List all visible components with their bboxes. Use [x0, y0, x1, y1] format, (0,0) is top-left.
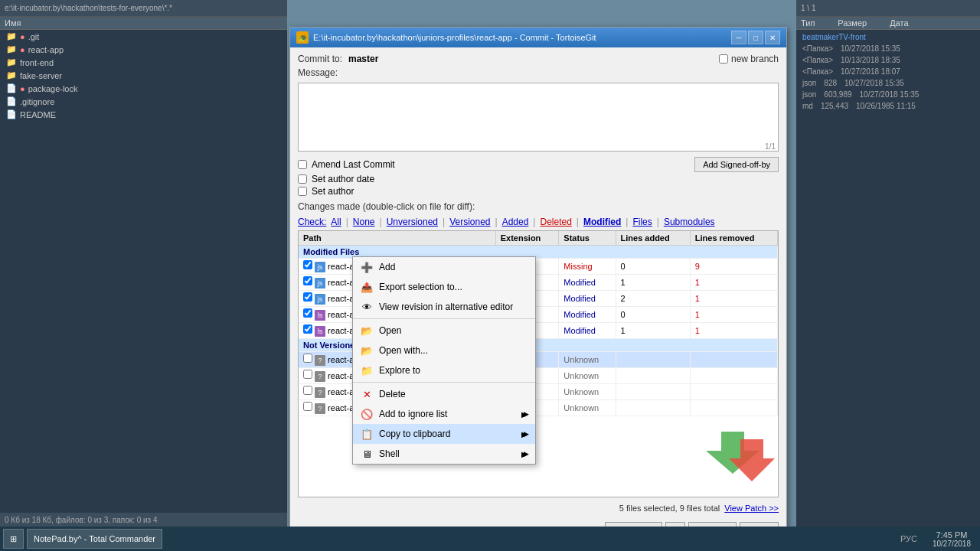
tab-modified[interactable]: Modified — [583, 217, 621, 227]
explore-icon: 📁 — [361, 364, 373, 377]
tree-item-fake-server[interactable]: 📁 fake-server — [0, 69, 287, 82]
tab-added[interactable]: Added — [502, 217, 529, 227]
taskbar-start[interactable]: ⊞ — [3, 529, 24, 549]
check-row: Check: All | None | Unversioned | Versio… — [298, 217, 779, 227]
right-files: beatmakerTV-front <Папка> 10/27/2018 15:… — [796, 30, 980, 113]
col-lines-added: Lines added — [616, 231, 690, 246]
window-controls: ─ □ ✕ — [731, 31, 780, 44]
view-alt-icon: 👁 — [361, 301, 373, 313]
ctx-shell-label: Shell — [379, 448, 400, 459]
col-size: Размер — [838, 18, 867, 28]
left-panel: e:\it-incubator.by\hackathon\tests-for-e… — [0, 0, 287, 551]
files-info: 5 files selected, 9 files total — [298, 504, 720, 513]
col-status: Status — [559, 231, 616, 246]
set-author-date-checkbox[interactable] — [298, 174, 307, 184]
minimize-button[interactable]: ─ — [731, 31, 746, 44]
file-checkbox[interactable] — [303, 260, 312, 269]
copy-clipboard-icon: 📋 — [361, 428, 373, 440]
ctx-export-label: Export selection to... — [379, 282, 462, 292]
set-author-date-row: Set author date — [298, 174, 779, 184]
message-label: Message: — [298, 67, 338, 78]
view-patch-link[interactable]: View Patch >> — [724, 504, 779, 513]
ctx-shell[interactable]: 🖥 Shell ▶ — [353, 444, 535, 464]
ctx-copy-label: Copy to clipboard — [379, 429, 450, 439]
tree-item-readme[interactable]: 📄 README — [0, 108, 287, 121]
set-author-label: Set author — [312, 186, 354, 197]
set-author-checkbox[interactable] — [298, 187, 307, 196]
taskbar: ⊞ NotePad.by^ - Total Commander РУС 7:45… — [0, 527, 980, 551]
ctx-add-label: Add — [379, 262, 395, 272]
open-with-icon: 📂 — [361, 344, 373, 357]
amend-checkbox[interactable] — [298, 160, 307, 169]
ctx-view-alt[interactable]: 👁 View revision in alternative editor — [353, 297, 535, 317]
ctx-explore[interactable]: 📁 Explore to — [353, 360, 535, 380]
taskbar-clock: 7:45 PM 10/27/2018 — [926, 530, 977, 548]
maximize-button[interactable]: □ — [748, 31, 763, 44]
changes-label: Changes made (double-click on file for d… — [298, 200, 779, 214]
ctx-open-with-label: Open with... — [379, 345, 428, 356]
col-type: Тип — [801, 18, 815, 28]
tab-versioned[interactable]: Versioned — [449, 217, 490, 227]
amend-label: Amend Last Commit — [312, 159, 395, 170]
taskbar-lang: РУС — [894, 534, 923, 543]
tree-item-front-end[interactable]: 📁 front-end — [0, 56, 287, 69]
ctx-open[interactable]: 📂 Open — [353, 321, 535, 341]
status-text: 0 Кб из 18 Кб, файлов: 0 из 3, папок: 0 … — [5, 516, 158, 524]
checkboxes-section: Amend Last Commit Add Signed-off-by Set … — [298, 157, 779, 197]
file-checkbox[interactable] — [303, 370, 312, 379]
tree-item-package-lock[interactable]: 📄 ● package-lock — [0, 82, 287, 95]
tab-unversioned[interactable]: Unversioned — [387, 217, 438, 227]
ctx-delete-label: Delete — [379, 389, 406, 399]
left-path: e:\it-incubator.by\hackathon\tests-for-e… — [5, 4, 172, 12]
file-checkbox[interactable] — [303, 308, 312, 318]
tree-item-gitignore[interactable]: 📄 .gitignore — [0, 95, 287, 108]
add-icon: ➕ — [361, 261, 373, 273]
set-author-date-label: Set author date — [312, 174, 374, 184]
file-tree: 📁 ● .git 📁 ● react-app 📁 front-end 📁 fak… — [0, 30, 287, 121]
taskbar-time: 7:45 PM — [933, 530, 971, 540]
tab-submodules[interactable]: Submodules — [664, 217, 715, 227]
tree-item-react-app[interactable]: 📁 ● react-app — [0, 43, 287, 56]
submenu-arrow-ignore: ▶ — [521, 410, 528, 419]
ctx-open-label: Open — [379, 325, 401, 336]
status-bar: 0 Кб из 18 Кб, файлов: 0 из 3, папок: 0 … — [0, 513, 287, 527]
file-checkbox[interactable] — [303, 324, 312, 334]
tree-item-git[interactable]: 📁 ● .git — [0, 30, 287, 43]
branch-name: master — [348, 54, 378, 64]
left-panel-header: e:\it-incubator.by\hackathon\tests-for-e… — [0, 0, 287, 17]
submenu-arrow-shell: ▶ — [521, 450, 528, 458]
tab-deleted[interactable]: Deleted — [540, 217, 571, 227]
ctx-add[interactable]: ➕ Add — [353, 257, 535, 277]
file-checkbox[interactable] — [303, 402, 312, 411]
ctx-add-to-ignore-label: Add to ignore list — [379, 409, 447, 419]
file-checkbox[interactable] — [303, 276, 312, 285]
commit-to-row: Commit to: master new branch — [298, 54, 779, 64]
window-titlebar: 🐢 E:\it-incubator.by\hackathon\juniors-p… — [290, 28, 786, 47]
file-checkbox[interactable] — [303, 354, 312, 363]
ctx-open-with[interactable]: 📂 Open with... — [353, 341, 535, 360]
tab-files[interactable]: Files — [632, 217, 652, 227]
export-icon: 📤 — [361, 281, 373, 293]
open-icon: 📂 — [361, 324, 373, 337]
message-textarea[interactable] — [298, 83, 779, 152]
close-button[interactable]: ✕ — [765, 31, 780, 44]
set-author-row: Set author — [298, 186, 779, 197]
table-header-row: Path Extension Status Lines added Lines … — [299, 231, 778, 246]
tortoise-logo — [698, 424, 775, 485]
check-label: Check: — [298, 217, 326, 227]
right-file-row: beatmakerTV-front — [799, 31, 977, 43]
new-branch-checkbox[interactable] — [719, 54, 728, 64]
taskbar-notepad[interactable]: NotePad.by^ - Total Commander — [27, 529, 162, 549]
signed-off-button[interactable]: Add Signed-off-by — [694, 157, 779, 172]
tab-none[interactable]: None — [353, 217, 375, 227]
ctx-add-to-ignore[interactable]: 🚫 Add to ignore list ▶ — [353, 404, 535, 424]
shell-icon: 🖥 — [361, 448, 373, 460]
ctx-delete[interactable]: ✕ Delete — [353, 384, 535, 404]
file-checkbox[interactable] — [303, 292, 312, 302]
ctx-export[interactable]: 📤 Export selection to... — [353, 277, 535, 297]
ctx-copy-to-clipboard[interactable]: 📋 Copy to clipboard ▶ — [353, 424, 535, 444]
tab-all[interactable]: All — [331, 217, 341, 227]
new-branch-check: new branch — [719, 54, 779, 64]
window-title: E:\it-incubator.by\hackathon\juniors-pro… — [313, 33, 731, 42]
file-checkbox[interactable] — [303, 386, 312, 395]
